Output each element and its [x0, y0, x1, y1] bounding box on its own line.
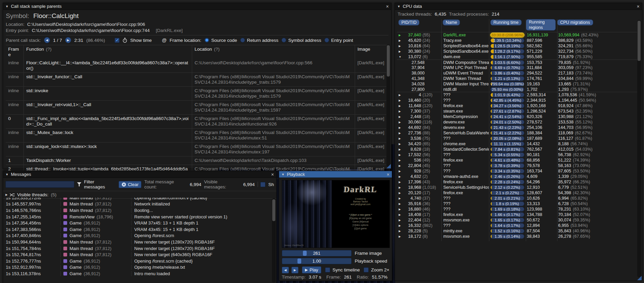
running-time-bar[interactable]: 1.65 s (0.17%): [490, 218, 524, 222]
show-time-checkbox[interactable]: [114, 38, 120, 43]
expander-closed-icon[interactable]: ▶: [399, 219, 402, 222]
filter-input[interactable]: [5, 181, 74, 188]
frame-location-radio[interactable]: [240, 38, 245, 43]
expander-closed-icon[interactable]: ▶: [399, 170, 402, 173]
messages-option-checkbox[interactable]: [260, 182, 265, 187]
running-time-bar[interactable]: 7.84 s (0.81%): [490, 147, 524, 152]
cpu-row[interactable]: 37,904DWM LPC Port Thread6.69 s (0.70%)3…: [397, 65, 640, 70]
cpu-row[interactable]: ▶27,736(88)ServiceHub.DataWarehouse21.41…: [397, 130, 640, 136]
col-function[interactable]: Function(?): [24, 45, 192, 59]
message-row[interactable]: 1s 153,116,378nsGame(36,912)Intro menu l…: [3, 270, 272, 277]
cpu-row[interactable]: ▶34,420(65)chrome.exe11.11 s (1.15%)14,4…: [397, 141, 640, 147]
message-row[interactable]: 1s 147,354,456nsGame(36,912)VRAM 37x45: …: [3, 220, 272, 226]
expander-closed-icon[interactable]: ▶: [399, 208, 402, 211]
cpu-titlebar[interactable]: ▼ CPU data ×: [395, 3, 642, 10]
cpu-row[interactable]: ▶4(120)???1:01.9 (6.43%)2,593,3141,078,5…: [397, 92, 640, 98]
cpu-row[interactable]: 34,028DWM Master Input Thread799.64 ms (…: [397, 81, 640, 87]
expander-closed-icon[interactable]: ▶: [399, 99, 402, 102]
close-icon[interactable]: ×: [271, 172, 274, 177]
message-row[interactable]: 1s 147,400,846nsGame(36,912)Opening /for…: [3, 233, 272, 239]
expander-icon[interactable]: ▶: [5, 193, 7, 196]
expander-closed-icon[interactable]: ▶: [399, 175, 402, 178]
callstack-row[interactable]: inlinestd::invokeC:\Program Files (x86)\…: [6, 86, 388, 100]
cpu-row[interactable]: ▶37,840(55)DarkRL.exe33:30.8 (208.96%)16…: [397, 32, 640, 38]
message-row[interactable]: 1s 150,994,644nsMain thread(37,812)New r…: [3, 239, 272, 245]
cpu-row[interactable]: ▶17,532(56)???5.34 s (0.55%)90,18156,738…: [397, 152, 640, 157]
expander-closed-icon[interactable]: ▶: [399, 50, 402, 53]
running-time-bar[interactable]: 4.61 s (0.48%): [490, 158, 524, 163]
col-location[interactable]: Location(?): [192, 45, 355, 59]
running-time-bar[interactable]: 2.1 s (0.22%): [490, 190, 524, 195]
cpu-row[interactable]: ▶18,968(1,018)ServiceHub.SettingsHost.ex…: [397, 185, 640, 190]
running-time-bar[interactable]: 2.12 s (0.22%): [490, 185, 524, 190]
callstack-row[interactable]: inlinestd::unique_lock<std::mutex>::lock…: [6, 142, 388, 156]
running-time-bar[interactable]: 1:16.1 (7.90%): [490, 54, 524, 59]
callstack-row[interactable]: inlinestd::_Invoker_ret<void,1>::_CallC:…: [6, 100, 388, 114]
cpu-row[interactable]: ▶2,448(18)MemCompression24.41 s (2.54%)6…: [397, 114, 640, 119]
expander-closed-icon[interactable]: ▶: [399, 230, 402, 233]
expander-closed-icon[interactable]: ▶: [399, 110, 402, 113]
cpu-row[interactable]: ▶17,396(43)firefox.exe2.28 s (0.24%)54,2…: [397, 179, 640, 185]
messages-titlebar[interactable]: ▼ Messages ×: [3, 171, 276, 178]
close-icon[interactable]: ×: [387, 172, 389, 177]
running-time-bar[interactable]: 33:30.8 (208.96%): [490, 33, 524, 37]
running-time-bar[interactable]: 1:01.9 (6.43%): [490, 93, 524, 97]
expander-closed-icon[interactable]: ▶: [399, 104, 402, 107]
message-row[interactable]: 1s 147,255,145nsRemoteView(18,796)Remote…: [3, 214, 272, 220]
frame-location-radio[interactable]: [204, 38, 209, 43]
cpu-row[interactable]: ▶22,404(12)msvsmon.exe1.65 s (0.17%)50,6…: [397, 217, 640, 223]
resize-grip[interactable]: [386, 164, 391, 168]
messages-scrollbar[interactable]: [272, 198, 276, 283]
running-time-bar[interactable]: 799.64 ms (0.08%): [490, 82, 524, 86]
running-time-bar[interactable]: 25.93 ms (0.00%): [490, 87, 524, 92]
running-time-bar[interactable]: 6.69 s (0.70%): [490, 65, 524, 70]
running-time-bar[interactable]: 2.01 s (0.21%): [490, 196, 524, 201]
collapse-icon[interactable]: ▼: [5, 173, 9, 176]
cpu-scrollbar[interactable]: [637, 20, 641, 277]
callstack-titlebar[interactable]: ▼ Call stack sample parents ×: [3, 3, 391, 10]
next-parent-button[interactable]: ▶: [65, 37, 71, 43]
cpu-row[interactable]: 27,800ntdll.dll25.93 ms (0.00%)1,7021,29…: [397, 87, 640, 92]
cpu-row[interactable]: ▶3,536(75)???20.05 s (2.08%)187,689116,1…: [397, 136, 640, 141]
cpu-row[interactable]: ▶30,060(116)devenv.exe24.01 s (2.50%)278…: [397, 119, 640, 125]
col-name[interactable]: Name: [443, 19, 460, 26]
running-time-bar[interactable]: 21.41 s (2.22%): [490, 131, 524, 135]
running-time-bar[interactable]: 1:03.5 (6.60%): [490, 60, 524, 65]
running-time-bar[interactable]: 27.61 s (2.87%): [490, 109, 524, 114]
cpu-row[interactable]: ▶10,816(64)ScriptedSandbox64.exe1:28.5 (…: [397, 43, 640, 49]
col-running-time[interactable]: Running time: [490, 19, 522, 26]
callstack-row[interactable]: 1TaskDispatch::WorkerC:\Users\wolf\Deskt…: [6, 156, 388, 165]
expander-closed-icon[interactable]: ▶: [399, 143, 402, 146]
cpu-row[interactable]: ▶7,300(37)steam.exe27.61 s (2.87%)1,286,…: [397, 109, 640, 114]
running-time-bar[interactable]: 1:28.5 (9.19%): [490, 44, 524, 48]
expander-closed-icon[interactable]: ▶: [399, 235, 402, 238]
cpu-row[interactable]: ▼13,072(6)dwm.exe1:16.1 (7.90%)955,58571…: [397, 54, 640, 60]
expander-closed-icon[interactable]: ▶: [399, 224, 402, 227]
cpu-row[interactable]: ▶20,120(17)firefox.exe2.1 s (0.22%)128,6…: [397, 190, 640, 196]
running-time-bar[interactable]: 21.43 s (2.23%): [490, 125, 524, 130]
running-time-bar[interactable]: 1.21 s (0.13%): [490, 76, 524, 81]
col-cpu-migrations[interactable]: CPU migrations: [557, 19, 593, 26]
expander-closed-icon[interactable]: ▶: [399, 45, 402, 48]
col-image[interactable]: Image: [355, 45, 388, 59]
resize-grip[interactable]: [637, 276, 642, 280]
expander-closed-icon[interactable]: ▶: [399, 153, 402, 156]
expander-closed-icon[interactable]: ▶: [399, 186, 402, 189]
callstack-row[interactable]: 0std::_Func_impl_no_alloc<<lambda_5bc224…: [6, 114, 388, 128]
expander-closed-icon[interactable]: ▶: [399, 126, 402, 129]
scrollbar-thumb[interactable]: [638, 21, 641, 61]
col-pid-tid[interactable]: PID/TID: [398, 19, 419, 26]
cpu-row[interactable]: ▶16,332(982)???1.64 s (0.17%)12,8946,955…: [397, 223, 640, 228]
collapse-icon[interactable]: ▼: [397, 5, 400, 8]
next-frame-button[interactable]: ▶: [291, 267, 298, 273]
prev-frame-button[interactable]: ◀: [282, 267, 289, 273]
cpu-row[interactable]: ▶28,228(5)mintty.exe1.52 s (0.16%)87,504…: [397, 228, 640, 234]
col-running-regions[interactable]: Running regions: [526, 19, 556, 31]
running-time-bar[interactable]: 3.78 s (0.39%): [490, 163, 524, 168]
running-time-bar[interactable]: 1.69 s (0.18%): [490, 207, 524, 212]
scrollbar-thumb[interactable]: [387, 45, 390, 77]
message-row[interactable]: 1s 146,576,766nsMain thread(37,812)Booti…: [3, 207, 272, 214]
running-time-bar[interactable]: 1.64 s (0.17%): [490, 223, 524, 228]
running-time-bar[interactable]: 1.52 s (0.16%): [490, 229, 524, 233]
collapse-icon[interactable]: ▼: [281, 173, 285, 176]
